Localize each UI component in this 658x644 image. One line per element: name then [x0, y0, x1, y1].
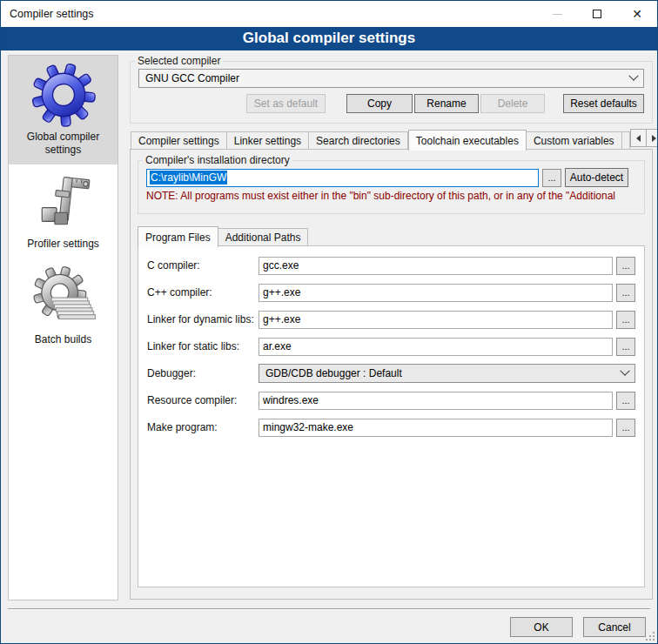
close-icon: ✕ [632, 8, 642, 20]
delete-button: Delete [480, 94, 545, 113]
field-row-dynamic-linker: Linker for dynamic libs: ... [147, 310, 635, 329]
browse-directory-button[interactable]: ... [542, 169, 561, 187]
settings-category-sidebar: Global compiler settings [8, 55, 118, 600]
minimize-icon [553, 14, 562, 15]
sidebar-item-global-compiler-settings[interactable]: Global compiler settings [9, 56, 118, 164]
installation-directory-legend: Compiler's installation directory [143, 154, 292, 166]
gear-blue-icon [12, 63, 114, 127]
cpp-compiler-browse-button[interactable]: ... [616, 284, 635, 302]
tab-scroll-right-button[interactable] [647, 129, 658, 147]
make-program-input[interactable] [258, 419, 613, 437]
cancel-button[interactable]: Cancel [583, 617, 646, 637]
cpp-compiler-input[interactable] [258, 284, 613, 302]
tab-scroll-left-button[interactable] [630, 129, 647, 147]
dialog-buttons: OK Cancel [510, 617, 646, 637]
footer-divider [8, 608, 650, 610]
copy-button[interactable]: Copy [346, 94, 413, 113]
field-row-static-linker: Linker for static libs: ... [147, 337, 635, 356]
program-files-panel: C compiler: ... C++ compiler: ... Linker… [138, 245, 645, 587]
set-as-default-button: Set as default [246, 94, 326, 113]
maximize-button[interactable] [577, 1, 617, 27]
resource-compiler-input[interactable] [258, 392, 613, 410]
selected-compiler-group: Selected compiler GNU GCC Compiler Set a… [130, 55, 653, 124]
make-program-browse-button[interactable]: ... [616, 419, 635, 437]
auto-detect-button[interactable]: Auto-detect [565, 168, 628, 187]
rename-button[interactable]: Rename [414, 94, 479, 113]
dynamic-linker-input[interactable] [258, 311, 613, 329]
debugger-select[interactable]: GDB/CDB debugger : Default [258, 364, 635, 383]
tab-build-options[interactable]: Build options [622, 131, 630, 150]
arrow-right-icon [652, 135, 656, 142]
installation-directory-input[interactable]: C:\raylib\MinGW [146, 169, 539, 187]
tab-compiler-settings[interactable]: Compiler settings [131, 131, 227, 150]
compiler-actions: Set as default Copy Rename Delete Reset … [138, 94, 644, 113]
field-row-resource-compiler: Resource compiler: ... [147, 391, 635, 410]
reset-defaults-button[interactable]: Reset defaults [563, 94, 644, 113]
field-row-debugger: Debugger: GDB/CDB debugger : Default [147, 364, 635, 383]
sidebar-item-batch-builds[interactable]: Batch builds [9, 258, 118, 354]
caliper-icon [12, 171, 114, 234]
window-controls: ✕ [537, 1, 657, 27]
settings-tabs: Compiler settings Linker settings Search… [131, 128, 651, 150]
arrow-left-icon [636, 135, 641, 142]
tab-additional-paths[interactable]: Additional Paths [218, 228, 309, 246]
compiler-settings-dialog: Compiler settings ✕ Global compiler sett… [0, 0, 658, 644]
gear-stack-icon [12, 265, 114, 330]
tab-search-directories[interactable]: Search directories [309, 131, 408, 150]
chevron-down-icon [628, 71, 638, 81]
program-tabs: Program Files Additional Paths [138, 226, 308, 246]
dynamic-linker-browse-button[interactable]: ... [616, 311, 635, 329]
field-row-make-program: Make program: ... [147, 418, 635, 437]
cpp-compiler-label: C++ compiler: [147, 286, 258, 299]
ok-button[interactable]: OK [510, 617, 573, 637]
compiler-select[interactable]: GNU GCC Compiler [138, 69, 644, 88]
sidebar-item-label: Global compiler settings [12, 131, 114, 157]
static-linker-label: Linker for static libs: [147, 340, 258, 352]
field-row-cpp-compiler: C++ compiler: ... [147, 283, 635, 302]
page-title: Global compiler settings [1, 27, 657, 50]
resource-compiler-browse-button[interactable]: ... [616, 392, 635, 410]
selected-path-text: C:\raylib\MinGW [150, 171, 227, 184]
resize-grip[interactable] [646, 632, 655, 641]
bin-subdirectory-note: NOTE: All programs must exist either in … [146, 190, 636, 202]
make-program-label: Make program: [147, 421, 258, 433]
resource-compiler-label: Resource compiler: [147, 394, 258, 406]
debugger-label: Debugger: [147, 367, 258, 379]
debugger-select-value: GDB/CDB debugger : Default [265, 367, 621, 379]
sidebar-item-label: Batch builds [12, 333, 114, 346]
selected-compiler-legend: Selected compiler [135, 55, 223, 67]
c-compiler-input[interactable] [258, 257, 613, 275]
sidebar-item-profiler-settings[interactable]: Profiler settings [9, 164, 118, 258]
static-linker-browse-button[interactable]: ... [616, 338, 635, 356]
sidebar-item-label: Profiler settings [12, 238, 114, 251]
tab-custom-variables[interactable]: Custom variables [527, 131, 622, 150]
field-row-c-compiler: C compiler: ... [147, 256, 635, 275]
tab-linker-settings[interactable]: Linker settings [227, 131, 309, 150]
installation-directory-group: Compiler's installation directory C:\ray… [138, 154, 645, 214]
c-compiler-browse-button[interactable]: ... [616, 257, 635, 275]
tab-scroll-buttons [630, 129, 658, 147]
window-title: Compiler settings [10, 8, 94, 20]
tab-toolchain-executables[interactable]: Toolchain executables [408, 130, 527, 151]
toolchain-executables-panel: Compiler's installation directory C:\ray… [130, 149, 653, 600]
dynamic-linker-label: Linker for dynamic libs: [147, 313, 258, 325]
minimize-button[interactable] [537, 1, 577, 27]
titlebar: Compiler settings ✕ [1, 1, 657, 27]
compiler-select-value: GNU GCC Compiler [145, 72, 630, 84]
c-compiler-label: C compiler: [147, 259, 258, 272]
close-button[interactable]: ✕ [617, 1, 657, 27]
chevron-down-icon [620, 366, 629, 376]
static-linker-input[interactable] [258, 338, 613, 356]
tab-program-files[interactable]: Program Files [138, 226, 218, 247]
maximize-icon [593, 10, 601, 18]
